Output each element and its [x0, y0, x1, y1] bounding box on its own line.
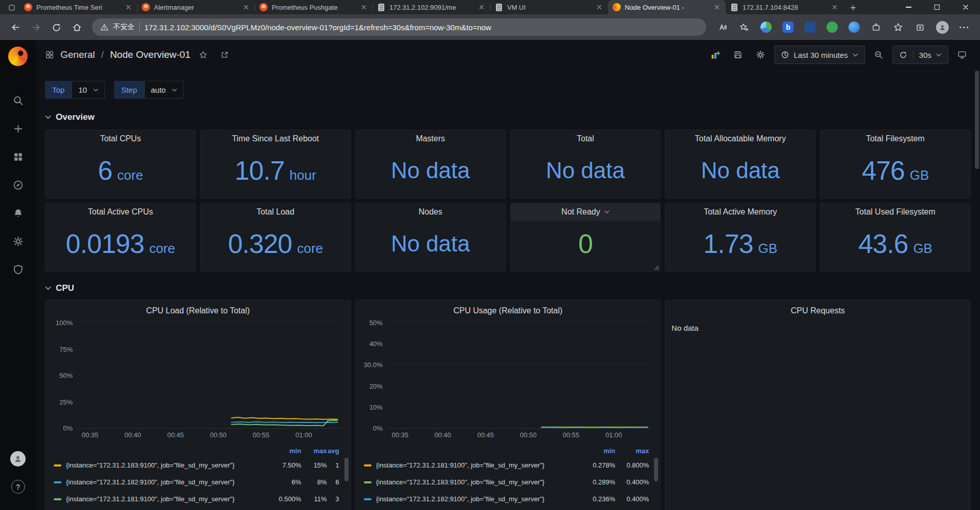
tab-close-button[interactable]	[712, 3, 721, 12]
browser-home-button[interactable]	[68, 18, 86, 36]
browser-tab[interactable]: Prometheus Pushgate	[255, 0, 373, 14]
dashboard-settings-button[interactable]	[752, 46, 769, 63]
close-button[interactable]	[951, 0, 980, 14]
x-axis: 00:3500:4000:4500:5000:5501:00	[77, 429, 342, 443]
sidebar-item-profile[interactable]	[0, 444, 36, 473]
tab-close-button[interactable]	[242, 3, 250, 12]
stat-value-text: 1.73	[703, 228, 753, 259]
stat-panel-title[interactable]: Not Ready	[511, 203, 661, 221]
stat-panel-title[interactable]: Time Since Last Reboot	[201, 130, 351, 147]
sidebar-item-server-admin[interactable]	[0, 256, 36, 284]
section-cpu-toggle[interactable]: CPU	[45, 283, 971, 293]
browser-tab[interactable]: Node Overview-01 -	[608, 0, 726, 14]
browser-tab[interactable]: VM UI	[490, 0, 608, 14]
stat-panel-title[interactable]: Total Used Filesystem	[820, 203, 970, 221]
url-box[interactable]: 不安全 172.31.2.102:3000/d/S0VgRPLMz0/node-…	[92, 18, 706, 36]
maximize-button[interactable]	[923, 0, 951, 14]
tab-actions-button[interactable]	[4, 1, 19, 14]
window-controls	[894, 0, 980, 14]
browser-refresh-button[interactable]	[47, 18, 66, 36]
legend-series-label[interactable]: {instance="172.31.2.182:9100", job="file…	[66, 478, 272, 486]
bell-icon	[13, 208, 24, 219]
stat-panel-title[interactable]: Total Allocatable Memory	[665, 130, 815, 147]
stat-panel-title[interactable]: Total	[511, 130, 661, 147]
legend-header-max[interactable]: max	[615, 447, 649, 455]
tab-close-button[interactable]	[124, 3, 133, 12]
legend-series-label[interactable]: {instance="172.31.2.183:9100", job="file…	[66, 461, 272, 469]
share-dashboard-button[interactable]	[216, 46, 233, 63]
sidebar-item-configuration[interactable]	[0, 227, 36, 256]
legend-scrollbar[interactable]	[344, 458, 349, 481]
legend-header-min[interactable]: min	[272, 447, 301, 455]
browser-tab[interactable]: Prometheus Time Seri	[19, 0, 137, 14]
add-panel-button[interactable]	[707, 46, 724, 63]
chevron-down-icon	[45, 285, 51, 291]
browser-back-button[interactable]	[6, 18, 25, 36]
section-overview-toggle[interactable]: Overview	[45, 112, 971, 122]
time-range-picker[interactable]: Last 30 minutes	[774, 46, 865, 64]
stat-panel-title[interactable]: Total Filesystem	[820, 130, 970, 147]
sidebar-item-create[interactable]	[0, 115, 36, 143]
browser-read-aloud-button[interactable]	[712, 18, 732, 36]
browser-more-button[interactable]	[954, 18, 974, 36]
variable-step-value[interactable]: auto	[144, 81, 184, 99]
sidebar-item-explore[interactable]	[0, 171, 36, 199]
cycle-view-mode-button[interactable]	[953, 46, 971, 63]
legend-series-label[interactable]: {instance="172.31.2.181:9100", job="file…	[66, 495, 272, 503]
stat-panel-title[interactable]: Total CPUs	[46, 130, 195, 147]
browser-puzzle-button[interactable]	[866, 18, 886, 36]
browser-ext-briefcase-button[interactable]	[800, 18, 820, 36]
browser-profile-button[interactable]	[932, 18, 952, 36]
browser-ext-b-button[interactable]: b	[778, 18, 798, 36]
variable-top-value[interactable]: 10	[72, 81, 105, 99]
stat-panel-title[interactable]: Masters	[356, 130, 506, 147]
panel-resize-handle[interactable]	[654, 265, 659, 270]
stat-panel-title[interactable]: Nodes	[356, 203, 506, 221]
chart-plot[interactable]	[77, 323, 342, 428]
refresh-picker[interactable]: 30s	[892, 46, 948, 64]
legend-header-max[interactable]: max	[301, 447, 327, 455]
stat-value-area: 0	[511, 221, 661, 271]
browser-favorites-button[interactable]	[888, 18, 908, 36]
browser-collections-button[interactable]	[910, 18, 930, 36]
chart-plot[interactable]	[387, 323, 652, 428]
legend-header-avg[interactable]: avg	[327, 447, 339, 455]
home-icon	[72, 23, 82, 32]
sidebar-item-search[interactable]	[0, 87, 36, 115]
legend-series-label[interactable]: {instance="172.31.2.181:9100", job="file…	[376, 461, 582, 469]
stat-panel-title[interactable]: Total Active Memory	[665, 203, 815, 221]
browser-star-plus-button[interactable]	[734, 18, 754, 36]
browser-tab[interactable]: 172.31.7.104:8428	[726, 0, 843, 14]
tab-close-button[interactable]	[359, 3, 368, 12]
legend-series-label[interactable]: {instance="172.31.2.182:9100", job="file…	[376, 495, 582, 503]
sidebar-item-dashboards[interactable]	[0, 143, 36, 171]
minimize-button[interactable]	[894, 0, 923, 14]
chart-panel-title[interactable]: CPU Requests	[665, 300, 970, 322]
tab-close-button[interactable]	[595, 3, 603, 12]
back-icon	[11, 23, 20, 32]
browser-tab[interactable]: 172.31.2.102:9091/me	[373, 0, 490, 14]
browser-ext-blue-button[interactable]	[844, 18, 864, 36]
stat-value-text: 0.0193	[66, 228, 144, 259]
new-tab-button[interactable]	[845, 1, 861, 14]
sidebar-item-help[interactable]: ?	[0, 473, 36, 501]
browser-tab[interactable]: Alertmanager	[137, 0, 255, 14]
browser-ext-globe-button[interactable]	[756, 18, 776, 36]
browser-ext-green-button[interactable]	[822, 18, 842, 36]
chart-panel-title[interactable]: CPU Load (Relative to Total)	[46, 300, 351, 322]
chart-panel-title[interactable]: CPU Usage (Relative to Total)	[356, 300, 661, 322]
favorite-dashboard-button[interactable]	[194, 46, 212, 63]
grafana-logo[interactable]	[8, 47, 28, 66]
legend-scrollbar[interactable]	[654, 458, 658, 481]
zoom-out-button[interactable]	[870, 46, 887, 63]
sidebar-item-alerting[interactable]	[0, 199, 36, 227]
stat-panel-title[interactable]: Total Active CPUs	[46, 203, 195, 221]
tab-close-button[interactable]	[477, 3, 486, 12]
save-dashboard-button[interactable]	[729, 46, 747, 63]
legend-header-min[interactable]: min	[581, 447, 615, 455]
dashboard-scrollbar[interactable]	[975, 71, 979, 169]
legend-series-label[interactable]: {instance="172.31.2.183:9100", job="file…	[376, 478, 582, 486]
tab-close-button[interactable]	[830, 3, 839, 12]
stat-panel-title[interactable]: Total Load	[201, 203, 351, 221]
breadcrumb-section[interactable]: General	[60, 49, 95, 60]
